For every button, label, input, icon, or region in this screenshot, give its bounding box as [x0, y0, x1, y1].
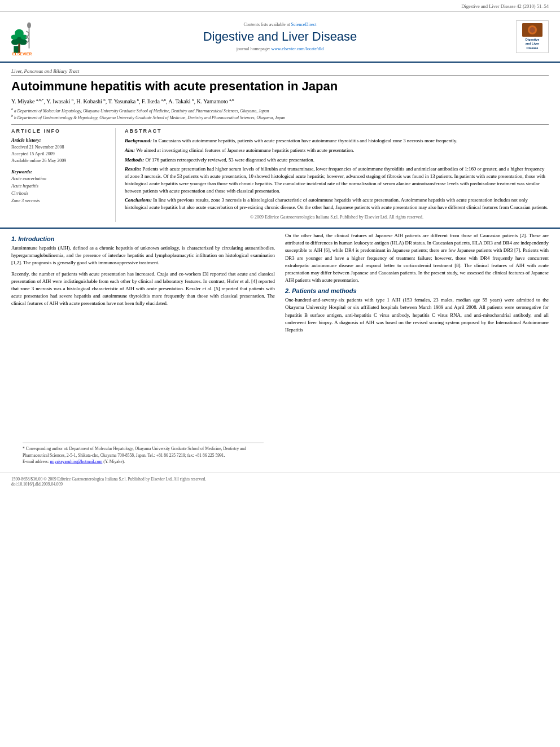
abstract-background: Background: In Caucasians with autoimmun…	[125, 137, 549, 145]
elsevier-logo: ELSEVIER	[11, 16, 51, 57]
right-col: ABSTRACT Background: In Caucasians with …	[125, 128, 549, 222]
body-two-col: 1. Introduction Autoimmune hepatitis (AI…	[11, 232, 549, 465]
keywords-section: Keywords: Acute exacerbation Acute hepat…	[11, 169, 108, 204]
intro-paragraph-1: Autoimmune hepatitis (AIH), defined as a…	[11, 244, 275, 267]
conclusions-label: Conclusions:	[125, 197, 152, 203]
journal-logo-right: Digestiveand LiverDisease	[509, 20, 549, 53]
elsevier-logo-svg: ELSEVIER	[11, 16, 51, 56]
abstract-header: ABSTRACT	[125, 128, 549, 134]
svg-rect-9	[29, 27, 30, 49]
background-text: In Caucasians with autoimmune hepatitis,…	[153, 138, 457, 143]
intro-title: Introduction	[18, 235, 54, 242]
pm-title: Patients and methods	[292, 287, 356, 294]
results-text: Patients with acute presentation had hig…	[125, 166, 545, 193]
journal-header: ELSEVIER Contents lists available at Sci…	[0, 12, 560, 63]
journal-logo-box: Digestiveand LiverDisease	[516, 20, 549, 53]
article-info-header: ARTICLE INFO	[11, 128, 108, 134]
contents-available: Contents lists available at ScienceDirec…	[51, 22, 509, 27]
accepted: Accepted 15 April 2009	[11, 151, 108, 158]
keyword-3: Cirrhosis	[11, 190, 108, 198]
abstract-methods: Methods: Of 176 patients retrospectively…	[125, 156, 549, 164]
left-col: ARTICLE INFO Article history: Received 2…	[11, 128, 116, 222]
right-paragraph-2: One-hundred-and-seventy-six patients wit…	[285, 296, 549, 334]
keyword-1: Acute exacerbation	[11, 176, 108, 183]
article-info-abstract: ARTICLE INFO Article history: Received 2…	[11, 128, 549, 222]
top-bar: Digestive and Liver Disease 42 (2010) 51…	[0, 0, 560, 12]
email-label: E-mail address:	[23, 459, 49, 464]
keyword-4: Zone 3 necrosis	[11, 198, 108, 205]
page-wrapper: Digestive and Liver Disease 42 (2010) 51…	[0, 0, 560, 747]
svg-point-10	[27, 23, 31, 29]
divider-1	[11, 124, 549, 125]
methods-label: Methods:	[125, 157, 144, 163]
authors-text: Y. Miyake a,b,*, Y. Iwasaki b, H. Kobash…	[11, 98, 234, 104]
history-label: Article history:	[11, 137, 108, 143]
body-right: On the other hand, the clinical features…	[285, 232, 549, 465]
footnote-area: * Corresponding author at: Department of…	[23, 443, 264, 465]
abstract-results: Results: Patients with acute presentatio…	[125, 165, 549, 194]
content-area: Liver, Pancreas and Biliary Tract Autoim…	[0, 63, 560, 228]
authors: Y. Miyake a,b,*, Y. Iwasaki b, H. Kobash…	[11, 97, 549, 104]
svg-point-4	[19, 39, 27, 45]
journal-citation: Digestive and Liver Disease 42 (2010) 51…	[461, 3, 549, 9]
received: Received 21 November 2008	[11, 144, 108, 151]
section-tag: Liver, Pancreas and Biliary Tract	[11, 68, 549, 76]
affiliation-a: a a Department of Molecular Hepatology, …	[11, 107, 549, 114]
keywords-list: Acute exacerbation Acute hepatitis Cirrh…	[11, 176, 108, 204]
doi: doi:10.1016/j.dld.2009.04.009	[11, 482, 549, 487]
svg-point-13	[530, 27, 535, 33]
article-history: Article history: Received 21 November 20…	[11, 137, 108, 164]
results-label: Results:	[125, 166, 141, 172]
journal-main-title: Digestive and Liver Disease	[51, 29, 509, 44]
journal-homepage: journal homepage: www.elsevier.com/locat…	[51, 46, 509, 51]
abstract-text: Background: In Caucasians with autoimmun…	[125, 137, 549, 211]
svg-point-3	[11, 39, 19, 45]
sciencedirect-link[interactable]: ScienceDirect	[291, 22, 317, 27]
intro-num: 1.	[11, 235, 16, 242]
aim-label: Aim:	[125, 147, 135, 153]
copyright-line1: 1590-8658/$36.00 © 2009 Editrice Gastroe…	[11, 477, 549, 482]
footnote-star: * Corresponding author at: Department of…	[23, 445, 264, 458]
background-label: Background:	[125, 138, 152, 143]
journal-title-center: Contents lists available at ScienceDirec…	[51, 22, 509, 51]
patients-methods-title: 2. Patients and methods	[285, 287, 549, 294]
conclusions-text: In line with previous results, zone 3 ne…	[125, 197, 548, 210]
body-left: 1. Introduction Autoimmune hepatitis (AI…	[11, 232, 275, 465]
abstract-conclusions: Conclusions: In line with previous resul…	[125, 196, 549, 211]
methods-text: Of 176 patients retrospectively reviewed…	[145, 157, 314, 163]
keyword-2: Acute hepatitis	[11, 183, 108, 190]
svg-text:ELSEVIER: ELSEVIER	[12, 52, 32, 56]
keywords-label: Keywords:	[11, 169, 108, 174]
intro-paragraph-2: Recently, the number of patients with ac…	[11, 270, 275, 308]
abstract-aim: Aim: We aimed at investigating clinical …	[125, 147, 549, 154]
pm-num: 2.	[285, 287, 290, 294]
journal-logo-label: Digestiveand LiverDisease	[526, 38, 539, 50]
abstract-copyright: © 2009 Editrice Gastroenterologica Itali…	[125, 215, 549, 220]
affiliations: a a Department of Molecular Hepatology, …	[11, 107, 549, 121]
aim-text: We aimed at investigating clinical featu…	[136, 147, 354, 153]
right-paragraph-1: On the other hand, the clinical features…	[285, 232, 549, 284]
affiliation-b: b b Department of Gastroenterology & Hep…	[11, 113, 549, 121]
journal-homepage-link[interactable]: www.elsevier.com/locate/dld	[271, 46, 323, 51]
intro-section-title: 1. Introduction	[11, 235, 275, 242]
email-name: (Y. Miyake).	[103, 459, 125, 464]
main-body: 1. Introduction Autoimmune hepatitis (AI…	[0, 228, 560, 470]
bottom-copyright: 1590-8658/$36.00 © 2009 Editrice Gastroe…	[0, 473, 560, 490]
email-link[interactable]: miyakeyasuhiro@hotmail.com	[50, 459, 103, 464]
journal-logo-img	[522, 23, 542, 37]
article-title: Autoimmune hepatitis with acute presenta…	[11, 79, 549, 94]
footnote-email: E-mail address: miyakeyasuhiro@hotmail.c…	[23, 458, 264, 465]
available: Available online 26 May 2009	[11, 158, 108, 164]
